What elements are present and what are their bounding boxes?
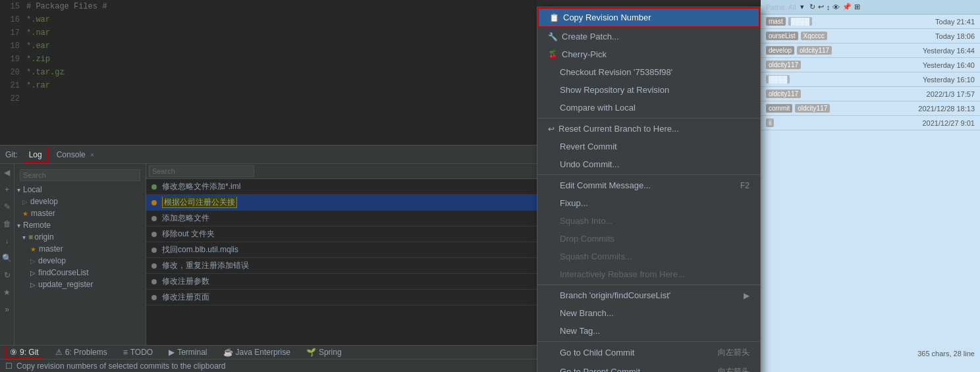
sort-icon[interactable]: ↕ (827, 3, 830, 11)
remote-update-register[interactable]: ▷ update_register (14, 279, 146, 290)
menu-item[interactable]: Go to Child Commit 向左箭头 (537, 343, 760, 362)
right-panel: Paths: All ▾ ↻ ↩ ↕ 👁 📌 ⊞ mast ████ Today… (761, 0, 980, 372)
remote-origin[interactable]: ▾ ■ origin (14, 231, 146, 243)
menu-item[interactable]: ↩ Reset Current Branch to Here... (537, 120, 760, 138)
bottom-tool-item[interactable]: ☕Java Enterprise (219, 346, 294, 358)
branch-develop[interactable]: ▷ develop (14, 196, 146, 207)
add-icon[interactable]: + (1, 184, 13, 196)
expand-icon[interactable]: ⊞ (854, 3, 860, 11)
menu-item[interactable]: Undo Commit... (537, 155, 760, 173)
more-icon[interactable]: » (1, 304, 13, 315)
menu-separator (537, 284, 760, 285)
menu-label: Reset Current Branch to Here... (558, 124, 679, 134)
menu-item[interactable]: Branch 'origin/findCourseList' ▶ (537, 286, 760, 304)
menu-item[interactable]: 🔧 Create Patch... (537, 28, 760, 45)
menu-item: Squash Commits... (537, 248, 760, 265)
sidebar-toggle: ◀ + ✎ 🗑 ↓ 🔍 ↻ ★ » (0, 164, 14, 345)
paths-select[interactable]: ▾ (800, 3, 804, 11)
menu-arrow-icon: ▶ (744, 291, 749, 300)
line-number: 15 (0, 2, 26, 11)
menu-item[interactable]: Show Repository at Revision (537, 81, 760, 99)
edit-icon[interactable]: ✎ (1, 201, 13, 213)
paths-label: Paths: All (766, 3, 796, 11)
right-branch-badge: develop (766, 46, 794, 55)
collapse-icon[interactable]: ◀ (1, 167, 13, 178)
menu-label: Revert Commit (560, 142, 617, 151)
branch-search-bar (17, 168, 143, 182)
tool-icon: 🌱 (306, 348, 316, 357)
menu-item[interactable]: New Branch... (537, 304, 760, 322)
remote-findcourselist[interactable]: ▷ findCourseList (14, 267, 146, 279)
local-group[interactable]: ▾ Local (14, 184, 146, 196)
menu-label: Compare with Local (560, 103, 636, 113)
remote-master-star-icon: ★ (30, 246, 36, 253)
tool-icon: ▶ (169, 348, 175, 357)
remote-develop[interactable]: ▷ develop (14, 255, 146, 267)
menu-item[interactable]: Go to Parent Commit 向右箭头 (537, 362, 760, 372)
menu-item[interactable]: 🍒 Cherry-Pick (537, 45, 760, 63)
git-label: Git: (5, 150, 18, 159)
bottom-tool-item[interactable]: 🌱Spring (302, 346, 346, 358)
eye-icon[interactable]: 👁 (832, 3, 840, 11)
right-commit-row[interactable]: commit oldcity117 2021/12/28 18:13 (761, 101, 980, 116)
tab-log[interactable]: Log (23, 147, 48, 163)
menu-item[interactable]: Checkout Revision '75385f98' (537, 63, 760, 81)
right-commit-row[interactable]: develop oldcity117 Yesterday 16:44 (761, 43, 980, 58)
right-commit-row[interactable]: ourseList Xqcccc Today 18:06 (761, 29, 980, 43)
tab-console[interactable]: Console × (51, 147, 100, 163)
refresh-icon[interactable]: ↻ (1, 269, 13, 281)
menu-item: Squash Into... (537, 212, 760, 230)
bottom-tool-item[interactable]: ⑨9: Git (5, 346, 43, 359)
commit-dot (151, 279, 157, 284)
branch-master[interactable]: ★ master (14, 207, 146, 219)
menu-label: Copy Revision Number (563, 13, 651, 22)
menu-item[interactable]: 📋 Copy Revision Number (537, 7, 760, 28)
right-commit-row[interactable]: ii 2021/12/27 9:01 (761, 116, 980, 130)
menu-label: Undo Commit... (560, 159, 619, 169)
commits-search-input[interactable] (149, 165, 254, 177)
menu-separator (537, 118, 760, 119)
menu-item[interactable]: Compare with Local (537, 99, 760, 117)
line-content: *.war (26, 15, 50, 24)
branch-search-input[interactable] (20, 169, 140, 181)
bottom-tool-item[interactable]: ≡TODO (119, 346, 157, 358)
console-close-icon[interactable]: × (90, 151, 94, 159)
menu-shortcut: 向左箭头 (718, 347, 749, 358)
remote-master[interactable]: ★ master (14, 243, 146, 255)
revert-icon[interactable]: ↩ (818, 3, 824, 11)
remote-group[interactable]: ▾ Remote (14, 219, 146, 231)
menu-item[interactable]: Fixup... (537, 194, 760, 212)
tool-icon: ☕ (223, 348, 233, 357)
branch-panel: ▾ Local ▷ develop ★ master ▾ Remote ▾ (14, 164, 146, 345)
refresh-icon[interactable]: ↻ (809, 3, 815, 11)
delete-icon[interactable]: 🗑 (1, 218, 13, 230)
commit-dot (151, 295, 157, 300)
bottom-tool-item[interactable]: ▶Terminal (165, 346, 211, 358)
context-menu: 📋 Copy Revision Number 🔧 Create Patch...… (537, 7, 761, 372)
menu-shortcut: F2 (740, 181, 749, 190)
bottom-tool-item[interactable]: ⚠6: Problems (51, 346, 111, 358)
right-commit-row[interactable]: oldcity117 Yesterday 16:40 (761, 58, 980, 72)
menu-item[interactable]: Edit Commit Message... F2 (537, 176, 760, 194)
collapse-remote-icon: ▾ (17, 222, 20, 229)
tool-label: 6: Problems (65, 348, 107, 357)
menu-item[interactable]: Revert Commit (537, 138, 760, 155)
collapse-local-icon: ▾ (17, 186, 20, 194)
menu-item-icon: 📋 (549, 13, 559, 22)
tool-label: TODO (130, 348, 153, 357)
search-branch-icon[interactable]: 🔍 (1, 252, 13, 264)
right-commit-row[interactable]: oldcity117 2022/1/3 17:57 (761, 87, 980, 101)
menu-item[interactable]: New Tag... (537, 322, 760, 340)
master-star-icon: ★ (22, 210, 28, 217)
tool-label: 9: Git (20, 348, 39, 357)
fetch-icon[interactable]: ↓ (1, 235, 13, 247)
line-number: 19 (0, 55, 26, 64)
right-commit-row[interactable]: mast ████ Today 21:41 (761, 14, 980, 29)
menu-item-icon: ↩ (548, 124, 555, 134)
right-commit-row[interactable]: ████ Yesterday 16:10 (761, 72, 980, 87)
remote-update-icon: ▷ (30, 281, 36, 288)
right-time: 2022/1/3 17:57 (927, 90, 975, 98)
pin-icon[interactable]: 📌 (842, 3, 852, 11)
star-icon[interactable]: ★ (1, 286, 13, 298)
menu-separator (537, 341, 760, 342)
